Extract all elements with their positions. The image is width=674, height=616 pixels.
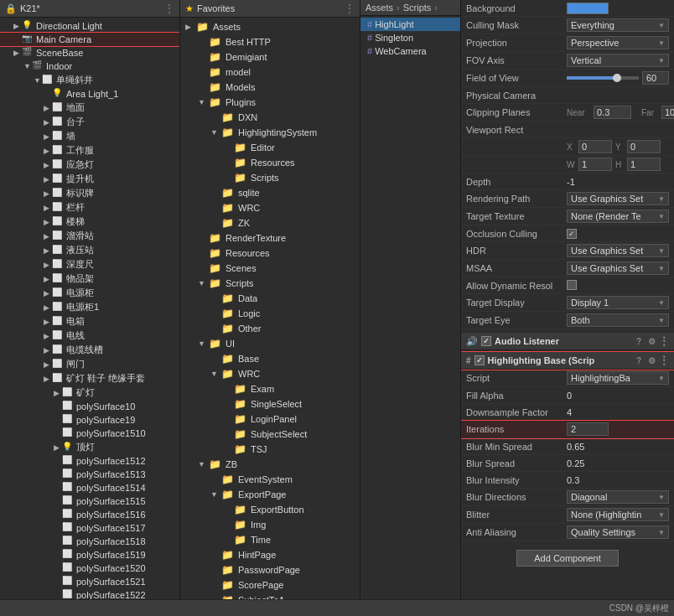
blur-intensity-value[interactable]: 0.3	[567, 475, 669, 485]
far-input[interactable]	[661, 106, 674, 119]
hierarchy-item-单绳斜井[interactable]: ▼⬜单绳斜井	[0, 73, 179, 87]
w-input[interactable]	[578, 158, 612, 171]
fill-alpha-value[interactable]: 0	[567, 391, 669, 401]
hierarchy-item-area-light[interactable]: 💡Area Light_1	[0, 87, 179, 101]
msaa-value[interactable]: Use Graphics Set	[567, 261, 669, 275]
favorites-item[interactable]: ▼📁HighlightingSystem	[180, 125, 360, 140]
hierarchy-item-物品架[interactable]: ▶⬜物品架	[0, 272, 179, 286]
hdr-value[interactable]: Use Graphics Set	[567, 244, 669, 257]
fov-axis-value[interactable]: Vertical	[567, 54, 669, 67]
favorites-item[interactable]: 📁ExportButton	[180, 502, 360, 517]
target-display-value[interactable]: Display 1	[567, 296, 669, 309]
favorites-item[interactable]: 📁Base	[180, 351, 360, 366]
hierarchy-item-scenebase[interactable]: ▶🎬SceneBase	[0, 46, 179, 60]
occlusion-culling-checkbox[interactable]: ✓	[567, 229, 577, 239]
hierarchy-item-polySurface1513[interactable]: ⬜polySurface1513	[0, 468, 179, 481]
hierarchy-item-directional-light[interactable]: ▶💡Directional Light	[0, 19, 179, 33]
hierarchy-item-polySurface1518[interactable]: ⬜polySurface1518	[0, 535, 179, 548]
favorites-item[interactable]: ▼📁Scripts	[180, 276, 360, 291]
anti-aliasing-value[interactable]: Quality Settings	[567, 525, 669, 539]
favorites-item[interactable]: 📁ScorePage	[180, 577, 360, 593]
hierarchy-item-闸门[interactable]: ▶⬜闸门	[0, 357, 179, 371]
target-texture-value[interactable]: None (Render Te	[567, 210, 669, 223]
depth-value[interactable]: -1	[567, 177, 669, 187]
target-eye-dropdown[interactable]: Both	[567, 313, 669, 327]
target-texture-dropdown[interactable]: None (Render Te	[567, 210, 669, 223]
highlighting-help-icon[interactable]: ?	[636, 356, 641, 365]
favorites-item[interactable]: ▼📁ExportPage	[180, 487, 360, 502]
blur-directions-dropdown[interactable]: Diagonal	[567, 490, 669, 504]
highlighting-enabled[interactable]: ✓	[474, 355, 485, 365]
favorites-item[interactable]: 📁Models	[180, 80, 360, 95]
favorites-item[interactable]: 📁Resources	[180, 246, 360, 261]
h-input[interactable]	[627, 158, 661, 171]
projection-dropdown[interactable]: Perspective	[567, 36, 669, 49]
favorites-item[interactable]: 📁DXN	[180, 110, 360, 125]
hierarchy-item-polySurface1519[interactable]: ⬜polySurface1519	[0, 548, 179, 562]
hierarchy-item-polySurface1510[interactable]: ⬜polySurface1510	[0, 427, 179, 440]
fov-slider-thumb[interactable]	[613, 74, 621, 82]
hierarchy-item-电箱[interactable]: ▶⬜电箱	[0, 314, 179, 329]
script-item-highlight[interactable]: #HighLight	[360, 18, 460, 31]
blitter-dropdown[interactable]: None (Highlightin	[567, 508, 669, 521]
favorites-item[interactable]: 📁SubjectSelect	[180, 427, 360, 442]
culling-mask-value[interactable]: Everything	[567, 18, 669, 32]
hierarchy-item-深度尺[interactable]: ▶⬜深度尺	[0, 257, 179, 272]
script-dropdown[interactable]: HighlightingBa	[567, 371, 669, 385]
culling-mask-dropdown[interactable]: Everything	[567, 18, 669, 32]
msaa-dropdown[interactable]: Use Graphics Set	[567, 261, 669, 275]
favorites-item[interactable]: ▼📁Plugins	[180, 95, 360, 110]
favorites-item[interactable]: ▼📁WRC	[180, 366, 360, 381]
hierarchy-item-墙[interactable]: ▶⬜墙	[0, 129, 179, 143]
hierarchy-item-电源柜[interactable]: ▶⬜电源柜	[0, 286, 179, 300]
favorites-item[interactable]: 📁SingleSelect	[180, 396, 360, 412]
favorites-item[interactable]: 📁Editor	[180, 140, 360, 155]
hierarchy-item-楼梯[interactable]: ▶⬜楼梯	[0, 215, 179, 229]
favorites-item[interactable]: 📁Demigiant	[180, 49, 360, 65]
hierarchy-item-polySurface1520[interactable]: ⬜polySurface1520	[0, 562, 179, 575]
hierarchy-item-indoor[interactable]: ▼🎬Indoor	[0, 60, 179, 73]
target-eye-value[interactable]: Both	[567, 313, 669, 327]
target-display-dropdown[interactable]: Display 1	[567, 296, 669, 309]
blitter-value[interactable]: None (Highlightin	[567, 508, 669, 521]
blur-min-spread-value[interactable]: 0.65	[567, 442, 669, 452]
hierarchy-item-电缆线槽[interactable]: ▶⬜电缆线槽	[0, 343, 179, 357]
favorites-item[interactable]: 📁PasswordPage	[180, 562, 360, 577]
favorites-item[interactable]: 📁Other	[180, 321, 360, 336]
project-menu-icon[interactable]: ⋮	[345, 3, 355, 14]
hdr-dropdown[interactable]: Use Graphics Set	[567, 244, 669, 257]
favorites-item[interactable]: 📁Exam	[180, 381, 360, 396]
hierarchy-item-栏杆[interactable]: ▶⬜栏杆	[0, 200, 179, 215]
favorites-item[interactable]: 📁EventSystem	[180, 472, 360, 487]
add-component-button[interactable]: Add Component	[516, 550, 619, 567]
fov-slider-track[interactable]	[567, 76, 639, 80]
favorites-item[interactable]: 📁Best HTTP	[180, 34, 360, 49]
script-item-singleton[interactable]: #Singleton	[360, 31, 460, 44]
hierarchy-item-工作服[interactable]: ▶⬜工作服	[0, 143, 179, 158]
hierarchy-item-溜滑站[interactable]: ▶⬜溜滑站	[0, 229, 179, 243]
background-color-swatch[interactable]	[567, 3, 609, 14]
audio-listener-help-icon[interactable]: ?	[636, 337, 641, 346]
fov-input[interactable]: 60	[642, 71, 669, 85]
rendering-path-dropdown[interactable]: Use Graphics Set	[567, 192, 669, 205]
blur-spread-value[interactable]: 0.25	[567, 458, 669, 468]
favorites-item[interactable]: ▶📁Assets	[180, 19, 360, 34]
hierarchy-item-main-camera[interactable]: 📷Main Camera	[0, 33, 179, 46]
near-input[interactable]	[594, 106, 631, 119]
hierarchy-item-polySurface1517[interactable]: ⬜polySurface1517	[0, 521, 179, 535]
favorites-item[interactable]: 📁ZK	[180, 215, 360, 230]
downsample-value[interactable]: 4	[567, 407, 669, 417]
favorites-item[interactable]: 📁LoginPanel	[180, 412, 360, 427]
fov-axis-dropdown[interactable]: Vertical	[567, 54, 669, 67]
hierarchy-item-矿灯[interactable]: ▶⬜矿灯	[0, 386, 179, 400]
favorites-item[interactable]: ▼📁ZB	[180, 457, 360, 472]
audio-listener-settings-icon[interactable]: ⚙	[648, 337, 656, 346]
highlighting-menu-icon[interactable]: ⋮	[659, 355, 669, 366]
hierarchy-item-液压站[interactable]: ▶⬜液压站	[0, 243, 179, 257]
anti-aliasing-dropdown[interactable]: Quality Settings	[567, 525, 669, 539]
hierarchy-item-polySurface19[interactable]: ⬜polySurface19	[0, 413, 179, 427]
rendering-path-value[interactable]: Use Graphics Set	[567, 192, 669, 205]
favorites-item[interactable]: 📁Resources	[180, 155, 360, 170]
favorites-item[interactable]: 📁WRC	[180, 200, 360, 215]
hierarchy-menu-icon[interactable]: ⋮	[164, 3, 174, 14]
